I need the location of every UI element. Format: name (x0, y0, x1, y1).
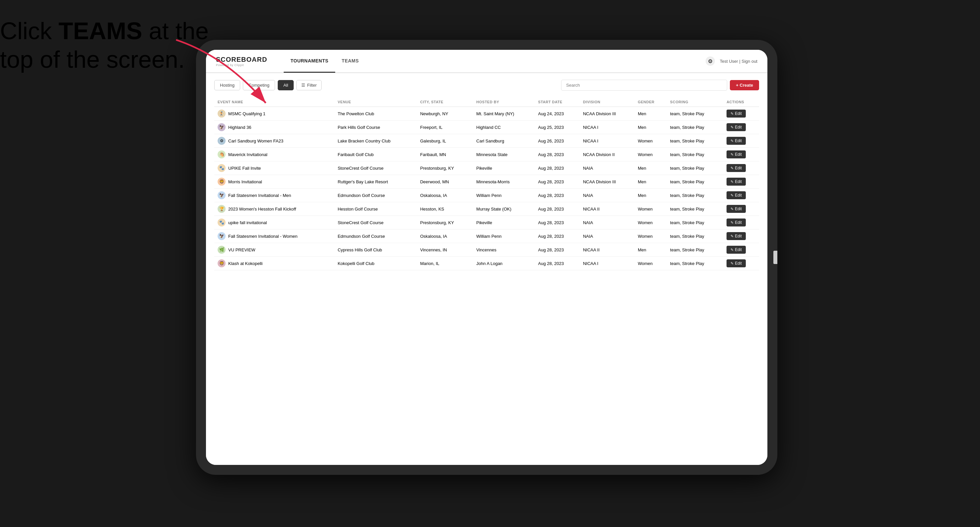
all-filter-button[interactable]: All (278, 80, 294, 90)
event-name-text: upike fall invitational (228, 220, 267, 225)
cell-city-state: Hesston, KS (417, 202, 473, 216)
header-row: EVENT NAME VENUE CITY, STATE HOSTED BY S… (214, 97, 759, 107)
cell-gender: Men (635, 107, 667, 121)
cell-start-date: Aug 26, 2023 (535, 134, 580, 148)
table-row: 🏌 MSMC Qualifying 1 The Powelton Club Ne… (214, 107, 759, 121)
cell-hosted-by: William Penn (473, 189, 535, 202)
instruction-line3: top of the screen. (0, 46, 185, 73)
table-row: 🦁 Klash at Kokopelli Kokopelli Golf Club… (214, 257, 759, 270)
cell-gender: Men (635, 161, 667, 175)
cell-actions: Edit (723, 229, 759, 243)
cell-start-date: Aug 28, 2023 (535, 161, 580, 175)
cell-event-name: 🦅 Fall Statesmen Invitational - Women (214, 229, 334, 243)
event-name-container: 🦁 Klash at Kokopelli (218, 259, 331, 267)
cell-scoring: team, Stroke Play (667, 189, 723, 202)
cell-actions: Edit (723, 134, 759, 148)
cell-division: NAIA (580, 189, 635, 202)
filter-bar: Hosting Competing All ☰ Filter + Create (214, 80, 759, 90)
cell-venue: Park Hills Golf Course (334, 121, 417, 134)
col-actions: ACTIONS (723, 97, 759, 107)
cell-scoring: team, Stroke Play (667, 257, 723, 270)
cell-actions: Edit (723, 257, 759, 270)
cell-start-date: Aug 28, 2023 (535, 148, 580, 161)
create-button[interactable]: + Create (730, 80, 759, 90)
nav-teams[interactable]: TEAMS (335, 50, 366, 73)
edit-button[interactable]: Edit (727, 151, 746, 159)
cell-actions: Edit (723, 189, 759, 202)
cell-scoring: team, Stroke Play (667, 216, 723, 229)
edit-button[interactable]: Edit (727, 137, 746, 145)
logo-title: SCOREBOARD (216, 56, 267, 63)
cell-hosted-by: Carl Sandburg (473, 134, 535, 148)
edit-button[interactable]: Edit (727, 219, 746, 227)
filter-button[interactable]: ☰ Filter (296, 80, 321, 90)
cell-start-date: Aug 28, 2023 (535, 257, 580, 270)
cell-division: NAIA (580, 161, 635, 175)
cell-hosted-by: Minnesota State (473, 148, 535, 161)
event-icon: 🐾 (218, 219, 226, 227)
event-icon: 🏆 (218, 205, 226, 213)
cell-city-state: Newburgh, NY (417, 107, 473, 121)
cell-hosted-by: Murray State (OK) (473, 202, 535, 216)
cell-scoring: team, Stroke Play (667, 202, 723, 216)
cell-gender: Women (635, 257, 667, 270)
event-name-text: Morris Invitational (228, 179, 262, 184)
cell-actions: Edit (723, 148, 759, 161)
cell-gender: Women (635, 134, 667, 148)
edit-button[interactable]: Edit (727, 232, 746, 240)
event-icon: 🦅 (218, 191, 226, 199)
cell-event-name: 🦁 Klash at Kokopelli (214, 257, 334, 270)
main-content: Hosting Competing All ☰ Filter + Create … (206, 73, 767, 465)
cell-division: NICAA I (580, 257, 635, 270)
tablet-screen: SCOREBOARD Powered by Clippit TOURNAMENT… (206, 50, 767, 465)
cell-hosted-by: William Penn (473, 229, 535, 243)
event-name-container: 🌿 VU PREVIEW (218, 246, 331, 254)
cell-hosted-by: Pikeville (473, 216, 535, 229)
instruction-text: Click TEAMS at thetop of the screen. (0, 17, 208, 74)
edit-button[interactable]: Edit (727, 246, 746, 254)
cell-scoring: team, Stroke Play (667, 121, 723, 134)
cell-scoring: team, Stroke Play (667, 134, 723, 148)
event-name-text: VU PREVIEW (228, 248, 256, 252)
cell-venue: Cypress Hills Golf Club (334, 243, 417, 257)
tablet-frame: SCOREBOARD Powered by Clippit TOURNAMENT… (196, 40, 777, 475)
event-name-text: Highland 36 (228, 125, 251, 130)
search-input[interactable] (561, 80, 727, 90)
gear-icon[interactable]: ⚙ (706, 56, 715, 66)
event-name-text: 2023 Women's Hesston Fall Kickoff (228, 206, 296, 211)
cell-event-name: 🌿 VU PREVIEW (214, 243, 334, 257)
cell-city-state: Faribault, MN (417, 148, 473, 161)
cell-scoring: team, Stroke Play (667, 175, 723, 189)
edit-button[interactable]: Edit (727, 259, 746, 267)
edit-button[interactable]: Edit (727, 123, 746, 131)
cell-start-date: Aug 28, 2023 (535, 229, 580, 243)
event-icon: 🦅 (218, 123, 226, 131)
cell-start-date: Aug 24, 2023 (535, 107, 580, 121)
nav-tournaments[interactable]: TOURNAMENTS (284, 50, 335, 73)
cell-division: NICAA I (580, 121, 635, 134)
instruction-bold: TEAMS (59, 17, 142, 44)
event-icon: ⚙ (218, 137, 226, 145)
col-start-date: START DATE (535, 97, 580, 107)
cell-scoring: team, Stroke Play (667, 148, 723, 161)
edit-button[interactable]: Edit (727, 191, 746, 199)
competing-filter-button[interactable]: Competing (243, 80, 275, 90)
cell-gender: Women (635, 148, 667, 161)
cell-start-date: Aug 28, 2023 (535, 216, 580, 229)
event-name-text: MSMC Qualifying 1 (228, 111, 266, 116)
cell-venue: Faribault Golf Club (334, 148, 417, 161)
cell-start-date: Aug 28, 2023 (535, 175, 580, 189)
edit-button[interactable]: Edit (727, 205, 746, 213)
cell-hosted-by: Vincennes (473, 243, 535, 257)
event-name-container: ⚙ Carl Sandburg Women FA23 (218, 137, 331, 145)
cell-city-state: Deerwood, MN (417, 175, 473, 189)
edit-button[interactable]: Edit (727, 110, 746, 117)
edit-button[interactable]: Edit (727, 164, 746, 172)
col-scoring: SCORING (667, 97, 723, 107)
event-icon: 🐾 (218, 164, 226, 172)
edit-button[interactable]: Edit (727, 178, 746, 186)
table-row: 🐴 Maverick Invitational Faribault Golf C… (214, 148, 759, 161)
navbar: SCOREBOARD Powered by Clippit TOURNAMENT… (206, 50, 767, 73)
table-row: 🦅 Fall Statesmen Invitational - Men Edmu… (214, 189, 759, 202)
hosting-filter-button[interactable]: Hosting (214, 80, 240, 90)
